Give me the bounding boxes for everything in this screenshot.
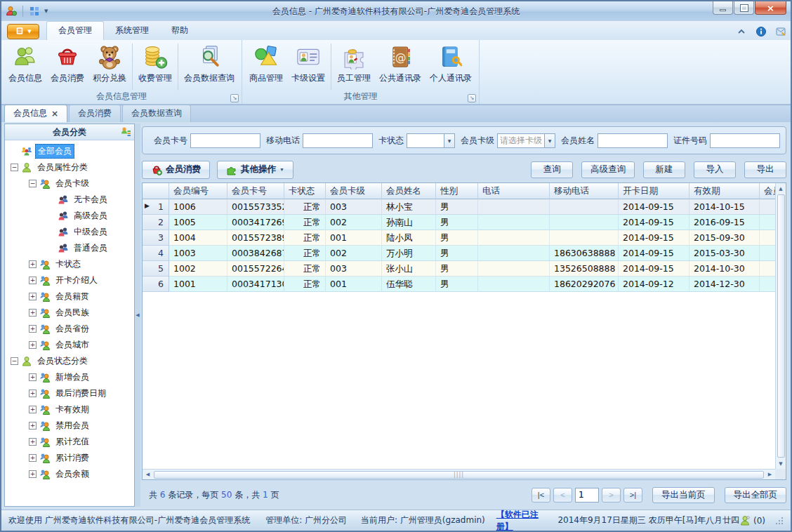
ribbon-button[interactable]: 收费管理 bbox=[134, 42, 176, 91]
scroll-down-icon[interactable]: ▼ bbox=[776, 458, 786, 469]
filter-input[interactable] bbox=[190, 133, 260, 148]
document-tab[interactable]: 会员消费 bbox=[69, 105, 121, 122]
tree-item[interactable]: +卡有效期 bbox=[5, 401, 134, 418]
ribbon-button[interactable]: 员工管理 bbox=[333, 42, 375, 91]
close-icon[interactable]: × bbox=[51, 110, 58, 117]
tree-item[interactable]: +会员余额 bbox=[5, 466, 134, 482]
export-all-pages-button[interactable]: 导出全部页 bbox=[725, 487, 787, 503]
expand-icon[interactable]: + bbox=[29, 438, 37, 446]
tree-item[interactable]: 全部会员 bbox=[5, 143, 134, 159]
info-icon[interactable] bbox=[755, 26, 767, 37]
ribbon-button[interactable]: 会员信息 bbox=[4, 42, 46, 91]
column-header[interactable]: 有效期 bbox=[689, 183, 760, 199]
toolbar-button[interactable]: 高级查询 bbox=[581, 161, 635, 178]
prev-page-button[interactable]: < bbox=[553, 488, 572, 503]
toolbar-button[interactable]: 导出 bbox=[744, 161, 786, 178]
toolbar-button[interactable]: 导入 bbox=[694, 161, 736, 178]
member-consume-button[interactable]: 会员消费 bbox=[142, 161, 210, 179]
chevron-down-icon[interactable]: ▼ bbox=[544, 134, 555, 147]
vertical-scrollbar[interactable]: ▲ ▼ bbox=[775, 183, 786, 469]
tree-item[interactable]: +最后消费日期 bbox=[5, 385, 134, 401]
collapse-ribbon-button[interactable] bbox=[736, 26, 747, 37]
ribbon-tab-item[interactable]: 系统管理 bbox=[104, 22, 160, 40]
tree-item[interactable]: −会员属性分类 bbox=[5, 159, 134, 175]
splitter[interactable]: ◀ bbox=[135, 124, 140, 507]
toolbar-button[interactable]: 新建 bbox=[643, 161, 685, 178]
expand-icon[interactable]: + bbox=[29, 470, 37, 478]
column-header[interactable]: 电话 bbox=[478, 183, 550, 199]
ribbon-button[interactable]: 商品管理 bbox=[245, 42, 287, 91]
column-header[interactable]: 会员卡号 bbox=[227, 183, 284, 199]
column-header[interactable]: 会员姓名 bbox=[382, 183, 436, 199]
close-button[interactable]: × bbox=[755, 1, 786, 15]
tree-item[interactable]: +会员省份 bbox=[5, 321, 134, 337]
filter-input[interactable] bbox=[598, 133, 668, 148]
expand-icon[interactable]: + bbox=[29, 309, 37, 317]
expand-icon[interactable]: + bbox=[29, 454, 37, 462]
tree-item[interactable]: 普通会员 bbox=[5, 240, 134, 256]
tree-item[interactable]: +新增会员 bbox=[5, 369, 134, 385]
dialog-launcher-icon[interactable]: ↘ bbox=[468, 94, 476, 102]
expand-icon[interactable]: + bbox=[29, 293, 37, 300]
filter-input[interactable] bbox=[303, 133, 373, 148]
tree-item[interactable]: +开卡介绍人 bbox=[5, 272, 134, 288]
tree-item[interactable]: +会员城市 bbox=[5, 337, 134, 353]
column-header[interactable]: 会员编号 bbox=[169, 183, 227, 199]
ribbon-button[interactable]: 个人通讯录 bbox=[425, 42, 476, 91]
dialog-launcher-icon[interactable]: ↘ bbox=[230, 94, 239, 102]
table-row[interactable]: 610010003417130正常001伍华聪男186202920762014-… bbox=[143, 277, 775, 292]
expand-icon[interactable]: + bbox=[29, 373, 37, 381]
help-icon[interactable] bbox=[775, 26, 786, 37]
tree-item[interactable]: −会员卡级 bbox=[5, 175, 134, 192]
document-tab[interactable]: 会员数据查询 bbox=[122, 105, 191, 122]
resize-grip-icon[interactable] bbox=[775, 517, 784, 525]
ribbon-button[interactable]: 积分兑换 bbox=[88, 42, 131, 91]
category-settings-icon[interactable] bbox=[120, 126, 131, 138]
ribbon-button[interactable]: 会员数据查询 bbox=[180, 42, 239, 91]
horizontal-scrollbar[interactable]: ◀ |||| ▶ bbox=[143, 469, 775, 479]
registered-link[interactable]: 【软件已注册】 bbox=[496, 509, 548, 532]
last-page-button[interactable]: >| bbox=[623, 488, 642, 503]
column-header[interactable]: 移动电话 bbox=[550, 183, 619, 199]
expand-icon[interactable]: + bbox=[29, 277, 37, 284]
expand-icon[interactable]: + bbox=[29, 260, 37, 268]
tree-item[interactable]: −会员状态分类 bbox=[5, 353, 134, 369]
tree-item[interactable]: 高级会员 bbox=[5, 208, 134, 224]
first-page-button[interactable]: |< bbox=[532, 488, 550, 503]
scroll-right-icon[interactable]: ▶ bbox=[765, 470, 775, 480]
next-page-button[interactable]: > bbox=[602, 488, 621, 503]
tree-item[interactable]: +累计消费 bbox=[5, 450, 134, 466]
tree-item[interactable]: +累计充值 bbox=[5, 434, 134, 450]
filter-combobox[interactable]: 请选择卡级▼ bbox=[497, 133, 555, 148]
other-operations-button[interactable]: 其他操作 ▼ bbox=[217, 161, 293, 179]
filter-input[interactable] bbox=[710, 133, 780, 148]
application-menu-button[interactable]: ▼ bbox=[7, 24, 39, 39]
collapse-icon[interactable]: − bbox=[11, 164, 18, 171]
column-header[interactable]: 卡状态 bbox=[284, 183, 326, 199]
table-row[interactable]: 410030003842687正常002万小明男186306388882014-… bbox=[143, 246, 775, 261]
ribbon-button[interactable]: 卡级设置 bbox=[287, 42, 329, 91]
table-row[interactable]: 310040015572389正常001陆小凤男2014-09-152015-0… bbox=[143, 230, 775, 246]
table-row[interactable]: 510020015572264正常003张小山男135265088882014-… bbox=[143, 261, 775, 277]
scroll-up-icon[interactable]: ▲ bbox=[776, 183, 786, 194]
tree-item[interactable]: 无卡会员 bbox=[5, 192, 134, 208]
tree-item[interactable]: +会员民族 bbox=[5, 305, 134, 321]
minimize-button[interactable] bbox=[713, 1, 733, 15]
tree-item[interactable]: +卡状态 bbox=[5, 256, 134, 272]
expand-icon[interactable]: + bbox=[29, 341, 37, 349]
export-current-page-button[interactable]: 导出当前页 bbox=[652, 487, 715, 503]
column-header[interactable]: 会员卡级 bbox=[326, 183, 382, 199]
collapse-icon[interactable]: − bbox=[29, 180, 37, 187]
ribbon-button[interactable]: @公共通讯录 bbox=[375, 42, 425, 91]
scroll-left-icon[interactable]: ◀ bbox=[143, 470, 153, 480]
window-layout-button[interactable]: ▼ bbox=[29, 6, 48, 17]
filter-combobox[interactable]: ▼ bbox=[407, 133, 455, 148]
page-number-input[interactable] bbox=[575, 488, 599, 503]
expand-icon[interactable]: + bbox=[29, 390, 37, 397]
column-header[interactable]: 开卡日期 bbox=[619, 183, 689, 199]
maximize-button[interactable] bbox=[734, 1, 754, 15]
expand-icon[interactable]: + bbox=[29, 406, 37, 413]
tree-item[interactable]: 中级会员 bbox=[5, 224, 134, 240]
toolbar-button[interactable]: 查询 bbox=[531, 161, 573, 178]
table-row[interactable]: 1▶10060015573352正常003林小宝男2014-09-152014-… bbox=[143, 199, 775, 215]
